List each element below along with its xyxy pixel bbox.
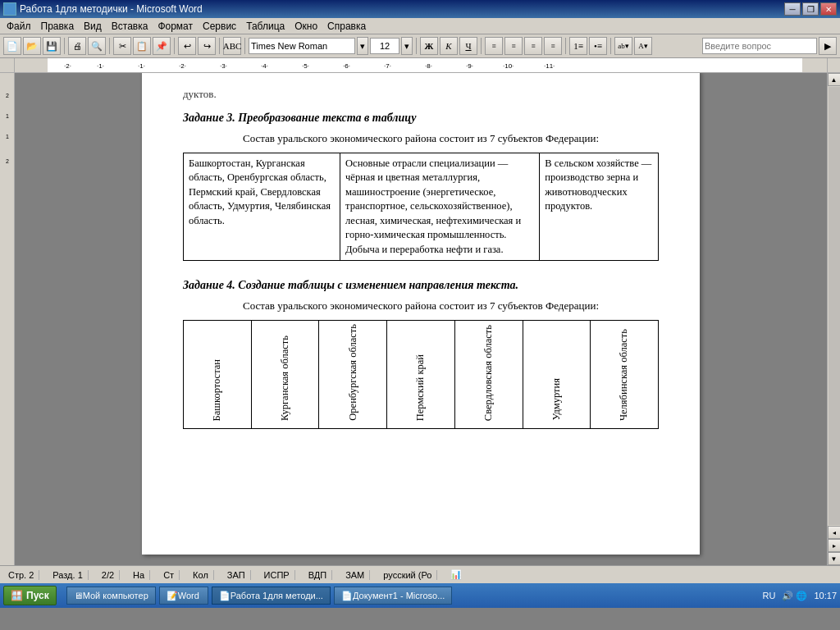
help-search[interactable] (702, 38, 817, 54)
taskbar-lang: RU (763, 591, 776, 600)
preview-button[interactable]: 🔍 (88, 37, 106, 55)
scroll-track[interactable] (829, 87, 840, 525)
sep8 (565, 38, 566, 54)
sep2 (109, 38, 110, 54)
svg-text:2: 2 (6, 93, 9, 98)
search-help-button[interactable]: ▶ (819, 37, 837, 55)
taskbar-word[interactable]: 📝 Word (159, 587, 208, 605)
app-icon (3, 2, 16, 16)
menu-table[interactable]: Таблица (241, 19, 290, 34)
restore-button[interactable]: ❐ (802, 2, 819, 16)
scroll-next-page[interactable]: ▸ (828, 539, 841, 552)
status-col: Кол (188, 570, 214, 580)
table1-col2: Основные отрасли специализации — чёрная … (340, 153, 540, 261)
table2-cell-1: Башкортостан (184, 321, 252, 429)
menu-view[interactable]: Вид (79, 19, 107, 34)
menu-format[interactable]: Формат (153, 19, 198, 34)
table2-cell-7: Челябинская область (591, 321, 659, 429)
font-selector[interactable] (249, 38, 355, 54)
bold-button[interactable]: Ж (420, 37, 438, 55)
svg-text:·10·: ·10· (503, 62, 514, 70)
task3-heading: Задание 3. Преобразование текста в табли… (183, 110, 659, 126)
status-ispr: ИСПР (259, 570, 295, 580)
taskbar-right: RU 🔊 🌐 10:17 (763, 591, 837, 601)
scroll-prev-page[interactable]: ◂ (828, 526, 841, 539)
size-selector[interactable] (370, 38, 399, 54)
font-dropdown[interactable]: ▾ (357, 37, 368, 55)
save-button[interactable]: 💾 (43, 37, 61, 55)
align-center-button[interactable]: ≡ (504, 37, 523, 55)
numbering-button[interactable]: 1≡ (569, 37, 587, 55)
table2-cell-6: Удмуртия (523, 321, 591, 429)
start-label: Пуск (26, 590, 49, 601)
redo-button[interactable]: ↪ (198, 37, 216, 55)
svg-text:·9·: ·9· (466, 62, 473, 70)
svg-text:·2·: ·2· (179, 62, 186, 70)
svg-text:·4·: ·4· (261, 62, 268, 70)
copy-button[interactable]: 📋 (133, 37, 151, 55)
doc2-icon: 📄 (341, 591, 353, 601)
sep9 (610, 38, 611, 54)
title-bar: Работа 1для методички - Microsoft Word ─… (0, 0, 840, 18)
highlight-button[interactable]: ab▾ (614, 37, 632, 55)
table1-col3: В сельском хозяйстве — производство зерн… (540, 153, 659, 261)
menu-edit[interactable]: Правка (36, 19, 80, 34)
menu-help[interactable]: Справка (322, 19, 371, 34)
ruler-scrollbar-corner (827, 58, 840, 73)
spell-button[interactable]: ABC (223, 37, 241, 55)
taskbar-mycomputer[interactable]: 🖥 Мой компьютер (66, 587, 156, 605)
toolbar-standard: 📄 📂 💾 🖨 🔍 ✂ 📋 📌 ↩ ↪ ABC ▾ ▾ Ж К Ч ≡ ≡ ≡ … (0, 34, 840, 57)
content-area[interactable]: дуктов. Задание 3. Преобразование текста… (15, 73, 827, 565)
table1-col1: Башкортостан, Курганская область, Оренбу… (184, 153, 340, 261)
align-right-button[interactable]: ≡ (524, 37, 542, 55)
svg-text:·1·: ·1· (138, 62, 145, 70)
scrollbar-right[interactable]: ▲ ◂ ▸ ▼ (827, 73, 840, 565)
new-button[interactable]: 📄 (3, 37, 21, 55)
undo-button[interactable]: ↩ (178, 37, 196, 55)
paste-button[interactable]: 📌 (153, 37, 171, 55)
scroll-down-button[interactable]: ▼ (828, 552, 841, 565)
left-ruler-ticks: 2 1 1 2 (0, 73, 15, 565)
status-st: Ст (158, 570, 180, 580)
svg-text:·7·: ·7· (384, 62, 391, 70)
mycomputer-icon: 🖥 (74, 591, 83, 600)
scroll-up-button[interactable]: ▲ (828, 73, 841, 86)
open-button[interactable]: 📂 (23, 37, 41, 55)
align-left-button[interactable]: ≡ (485, 37, 503, 55)
taskbar-doc1[interactable]: 📄 Работа 1для методи... (212, 587, 331, 605)
minimize-button[interactable]: ─ (784, 2, 801, 16)
status-zam: ЗАМ (340, 570, 370, 580)
menu-insert[interactable]: Вставка (107, 19, 153, 34)
print-button[interactable]: 🖨 (68, 37, 86, 55)
left-ruler: 2 1 1 2 (0, 73, 15, 565)
task3-intro: Состав уральского экономического района … (183, 131, 659, 146)
taskbar: 🪟 Пуск 🖥 Мой компьютер 📝 Word 📄 Работа 1… (0, 583, 840, 608)
window-controls: ─ ❐ ✕ (784, 2, 837, 16)
align-justify-button[interactable]: ≡ (544, 37, 562, 55)
cut-button[interactable]: ✂ (113, 37, 131, 55)
status-pages: 2/2 (97, 570, 120, 580)
size-dropdown[interactable]: ▾ (401, 37, 413, 55)
taskbar-time: 10:17 (814, 591, 837, 600)
document-page: дуктов. Задание 3. Преобразование текста… (142, 73, 700, 555)
italic-button[interactable]: К (440, 37, 458, 55)
taskbar-doc2[interactable]: 📄 Документ1 - Microso... (334, 587, 452, 605)
svg-text:1: 1 (6, 134, 9, 139)
menu-tools[interactable]: Сервис (198, 19, 241, 34)
bullets-button[interactable]: •≡ (589, 37, 607, 55)
menu-file[interactable]: Файл (2, 19, 36, 34)
main-area: 2 1 1 2 дуктов. Задание 3. Преобразовани… (0, 73, 840, 565)
start-button[interactable]: 🪟 Пуск (3, 586, 57, 605)
underline-button[interactable]: Ч (459, 37, 477, 55)
fontcolor-button[interactable]: A▾ (634, 37, 652, 55)
doc1-icon: 📄 (219, 591, 231, 601)
toolbar-area: 📄 📂 💾 🖨 🔍 ✂ 📋 📌 ↩ ↪ ABC ▾ ▾ Ж К Ч ≡ ≡ ≡ … (0, 34, 840, 58)
menu-window[interactable]: Окно (290, 19, 322, 34)
status-lang: русский (Ро (378, 570, 437, 580)
sep6 (416, 38, 417, 54)
table2-row: Башкортостан Курганская область Оренбург… (184, 321, 659, 429)
task4: Задание 4. Создание таблицы с изменением… (183, 277, 659, 429)
close-button[interactable]: ✕ (820, 2, 837, 16)
word-icon: 📝 (167, 591, 178, 601)
table-row: Башкортостан, Курганская область, Оренбу… (184, 153, 659, 261)
